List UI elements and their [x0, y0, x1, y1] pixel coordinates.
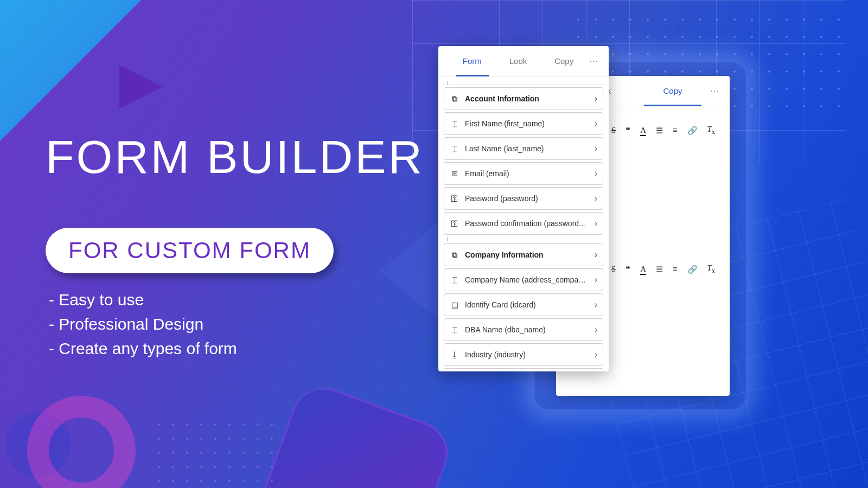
text-field-icon: ⌶: [450, 119, 459, 128]
link-icon[interactable]: 🔗: [687, 126, 698, 136]
strikethrough-icon[interactable]: S: [611, 126, 616, 135]
panel-front-tabs: Form Look Copy ⋯: [438, 46, 609, 76]
group-icon: ⧉: [450, 251, 459, 260]
drop-marker-2[interactable]: [442, 237, 605, 242]
tab-copy-back[interactable]: Copy: [637, 76, 708, 106]
clear-format-icon-2[interactable]: Tx: [707, 264, 716, 275]
hero: FORM BUILDER: [46, 130, 424, 184]
align-icon-2[interactable]: ≡: [673, 265, 677, 274]
bullet-2: Professional Design: [49, 312, 237, 336]
chevron-right-icon: ›: [595, 350, 597, 359]
field-group-company-label: Company Information: [465, 251, 589, 259]
strikethrough-icon-2[interactable]: S: [611, 265, 616, 274]
drop-marker-1[interactable]: [442, 81, 605, 86]
field-list: ⧉ Account Information › ⌶ First Name (fi…: [438, 76, 609, 371]
chevron-right-icon: ›: [595, 119, 597, 129]
text-field-icon: ⌶: [450, 325, 459, 334]
field-industry[interactable]: ⭳ Industry (industry) ›: [444, 343, 603, 366]
field-id-card[interactable]: ▤ Identify Card (idcard) ›: [444, 293, 603, 316]
group-icon: ⧉: [450, 94, 459, 104]
field-company-name[interactable]: ⌶ Company Name (address_company) ›: [444, 268, 603, 291]
text-field-icon: ⌶: [450, 144, 459, 153]
chevron-right-icon: ›: [595, 250, 597, 260]
field-password[interactable]: ⚿ Password (password) ›: [444, 187, 603, 210]
field-label: Password (password): [465, 194, 589, 203]
quote-icon[interactable]: [626, 125, 630, 136]
chevron-right-icon: ›: [595, 275, 597, 285]
chevron-right-icon: ›: [595, 219, 597, 228]
panel-front: Form Look Copy ⋯ ⧉ Account Information ›…: [438, 46, 609, 371]
field-label: Email (email): [465, 169, 589, 178]
tab-copy[interactable]: Copy: [541, 46, 587, 76]
hero-bullets: Easy to use Professional Design Create a…: [49, 287, 237, 361]
field-first-name[interactable]: ⌶ First Name (first_name) ›: [444, 112, 603, 135]
chevron-right-icon: ›: [595, 169, 597, 178]
field-last-name[interactable]: ⌶ Last Name (last_name) ›: [444, 137, 603, 160]
tab-more[interactable]: ⋯: [587, 56, 600, 66]
tab-form[interactable]: Form: [449, 46, 495, 76]
field-label: First Name (first_name): [465, 119, 589, 128]
field-group-company[interactable]: ⧉ Company Information ›: [444, 243, 603, 266]
bullet-3: Create any types of form: [49, 336, 237, 361]
hero-title: FORM BUILDER: [46, 130, 424, 184]
bg-triangle-small: [119, 65, 163, 108]
password-icon: ⚿: [450, 194, 459, 203]
field-label: Company Name (address_company): [465, 275, 589, 284]
field-label: Last Name (last_name): [465, 144, 589, 153]
tab-look[interactable]: Look: [495, 46, 541, 76]
field-group-account-label: Account Information: [465, 94, 589, 103]
mail-icon: ✉: [450, 169, 459, 178]
bullet-1: Easy to use: [49, 287, 237, 312]
bg-circle-outline: [27, 396, 136, 488]
chevron-right-icon: ›: [595, 300, 597, 310]
field-password-confirmation[interactable]: ⚿ Password confirmation (password_confir…: [444, 212, 603, 235]
field-label: Industry (industry): [465, 350, 589, 359]
field-label: Password confirmation (password_confirma…: [465, 219, 589, 228]
chevron-right-icon: ›: [595, 194, 597, 203]
text-color-icon-2[interactable]: A: [640, 265, 646, 274]
chevron-right-icon: ›: [595, 144, 597, 153]
field-email[interactable]: ✉ Email (email) ›: [444, 162, 603, 185]
text-color-icon[interactable]: A: [640, 126, 646, 135]
chevron-right-icon: ›: [595, 325, 597, 335]
quote-icon-2[interactable]: [626, 264, 630, 274]
field-phone[interactable]: ☐ Phone (phone) ›: [444, 368, 603, 371]
chevron-right-icon: ›: [595, 94, 597, 104]
text-field-icon: ⌶: [450, 275, 459, 284]
download-icon: ⭳: [450, 350, 459, 359]
link-icon-2[interactable]: 🔗: [687, 265, 698, 274]
hero-subtitle-pill: FOR CUSTOM FORM: [46, 228, 334, 273]
field-label: DBA Name (dba_name): [465, 325, 589, 334]
indent-icon-2[interactable]: ☰: [656, 265, 663, 274]
align-icon[interactable]: ≡: [673, 126, 677, 135]
field-group-account[interactable]: ⧉ Account Information ›: [444, 87, 603, 110]
document-icon: ▤: [450, 300, 459, 309]
password-icon: ⚿: [450, 219, 459, 228]
clear-format-icon[interactable]: Tx: [707, 125, 716, 136]
field-label: Identify Card (idcard): [465, 300, 589, 309]
bg-dots-bottom-left: [152, 418, 282, 483]
tab-more-back[interactable]: ⋯: [708, 86, 721, 96]
field-dba-name[interactable]: ⌶ DBA Name (dba_name) ›: [444, 318, 603, 341]
indent-icon[interactable]: ☰: [656, 126, 663, 136]
